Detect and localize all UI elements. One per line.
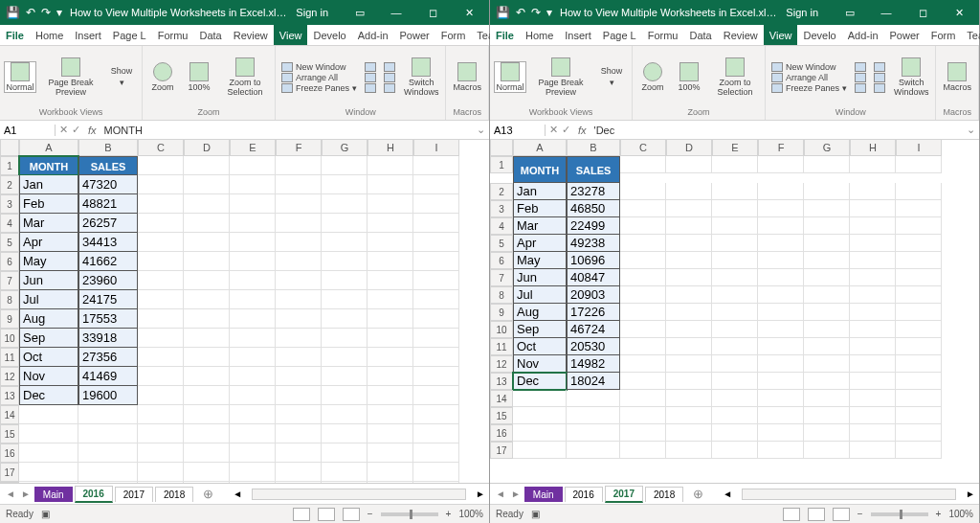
cell[interactable] <box>184 252 230 271</box>
save-icon[interactable]: 💾 <box>6 6 20 19</box>
enter-formula-icon[interactable]: ✓ <box>562 124 570 136</box>
cell[interactable] <box>620 407 666 424</box>
cell[interactable] <box>184 386 230 405</box>
cell[interactable]: 14982 <box>567 355 620 373</box>
view-pagebreak-icon[interactable] <box>833 508 850 521</box>
col-header[interactable]: G <box>804 140 850 156</box>
cell[interactable] <box>804 321 850 338</box>
name-box[interactable]: A1 <box>0 125 56 136</box>
cell[interactable] <box>322 367 368 386</box>
cell[interactable]: Jan <box>19 175 78 194</box>
tab-home[interactable]: Home <box>520 25 559 45</box>
cell[interactable] <box>276 271 322 290</box>
zoom-level[interactable]: 100% <box>458 509 483 519</box>
cell[interactable] <box>368 271 413 290</box>
cell[interactable] <box>230 424 276 443</box>
cell[interactable]: 26257 <box>78 214 138 233</box>
cell[interactable] <box>712 269 758 286</box>
cell[interactable] <box>850 200 896 217</box>
col-header[interactable]: E <box>712 140 758 156</box>
row-header[interactable]: 4 <box>0 214 19 233</box>
col-header[interactable]: I <box>896 140 942 156</box>
cell[interactable] <box>368 309 413 329</box>
cell[interactable] <box>19 463 78 482</box>
view-pagebreak-icon[interactable] <box>343 508 360 521</box>
sheet-nav-prev-icon[interactable]: ◄ <box>4 489 17 499</box>
sync-icon[interactable] <box>382 62 397 72</box>
signin-link[interactable]: Sign in <box>296 7 328 18</box>
name-box[interactable]: A13 <box>490 125 546 136</box>
zoom-selection-button[interactable]: Zoom to Selection <box>219 57 271 98</box>
cancel-formula-icon[interactable]: ✕ <box>59 124 68 136</box>
cell[interactable] <box>896 390 942 407</box>
cell[interactable]: 47320 <box>78 175 138 194</box>
split-icon[interactable] <box>853 62 868 72</box>
unhide-icon[interactable] <box>853 83 868 93</box>
cell[interactable] <box>896 183 942 200</box>
cell[interactable] <box>413 424 459 443</box>
cell[interactable]: Mar <box>513 217 567 235</box>
cell[interactable] <box>896 304 942 321</box>
tab-formulas[interactable]: Formu <box>642 25 684 45</box>
cell[interactable] <box>322 348 368 367</box>
cell[interactable] <box>368 194 413 214</box>
col-header[interactable]: E <box>230 140 276 156</box>
cell[interactable] <box>368 156 413 175</box>
cell[interactable] <box>758 373 804 390</box>
zoom-slider[interactable] <box>871 512 928 516</box>
fx-icon[interactable]: fx <box>574 125 590 136</box>
signin-link[interactable]: Sign in <box>786 7 818 18</box>
cell[interactable] <box>413 463 459 482</box>
row-header[interactable]: 3 <box>0 194 19 214</box>
cell[interactable] <box>230 482 276 483</box>
sheet-tab-main[interactable]: Main <box>34 487 73 502</box>
row-header[interactable]: 13 <box>490 373 513 390</box>
select-all-corner[interactable] <box>490 140 513 156</box>
cell[interactable] <box>896 252 942 269</box>
cell[interactable] <box>368 424 413 443</box>
row-header[interactable]: 16 <box>0 443 19 463</box>
cell[interactable] <box>620 424 666 442</box>
cell[interactable] <box>413 214 459 233</box>
zoom100-button[interactable]: 100% <box>183 62 215 93</box>
cell[interactable] <box>230 233 276 252</box>
cell[interactable] <box>138 443 184 463</box>
cell[interactable] <box>896 286 942 304</box>
cell[interactable]: 33918 <box>78 329 138 348</box>
cell[interactable] <box>758 355 804 373</box>
cell[interactable] <box>758 442 804 459</box>
freeze-panes-button[interactable]: Freeze Panes ▾ <box>279 83 359 93</box>
cell[interactable] <box>368 482 413 483</box>
cell[interactable] <box>804 355 850 373</box>
view-pagelayout-icon[interactable] <box>808 508 825 521</box>
cell[interactable] <box>413 252 459 271</box>
cell[interactable] <box>138 482 184 483</box>
tab-view[interactable]: View <box>764 25 798 45</box>
col-header[interactable]: I <box>413 140 459 156</box>
cell[interactable] <box>19 424 78 443</box>
freeze-panes-button[interactable]: Freeze Panes ▾ <box>769 83 849 93</box>
cell[interactable] <box>322 290 368 309</box>
cell[interactable]: 19600 <box>78 386 138 405</box>
add-sheet-button[interactable]: ⊕ <box>195 485 221 503</box>
cell[interactable]: Jul <box>513 286 567 304</box>
cell[interactable] <box>896 442 942 459</box>
spreadsheet[interactable]: ABCDEFGHI1MONTHSALES2Jan232783Feb468504M… <box>490 140 979 483</box>
cell[interactable] <box>804 304 850 321</box>
cell[interactable] <box>712 286 758 304</box>
tab-addins[interactable]: Add-in <box>842 25 884 45</box>
cell[interactable] <box>78 482 138 483</box>
cell[interactable] <box>184 424 230 443</box>
cell[interactable] <box>804 373 850 390</box>
split-icon[interactable] <box>363 62 378 72</box>
row-header[interactable]: 14 <box>0 405 19 424</box>
col-header[interactable]: B <box>78 140 138 156</box>
cell[interactable] <box>138 175 184 194</box>
cell[interactable] <box>276 329 322 348</box>
tab-insert[interactable]: Insert <box>69 25 107 45</box>
cell[interactable] <box>804 338 850 355</box>
cell[interactable] <box>368 175 413 194</box>
cell[interactable]: 10696 <box>567 252 620 269</box>
cell[interactable] <box>620 304 666 321</box>
cell[interactable] <box>513 390 567 407</box>
